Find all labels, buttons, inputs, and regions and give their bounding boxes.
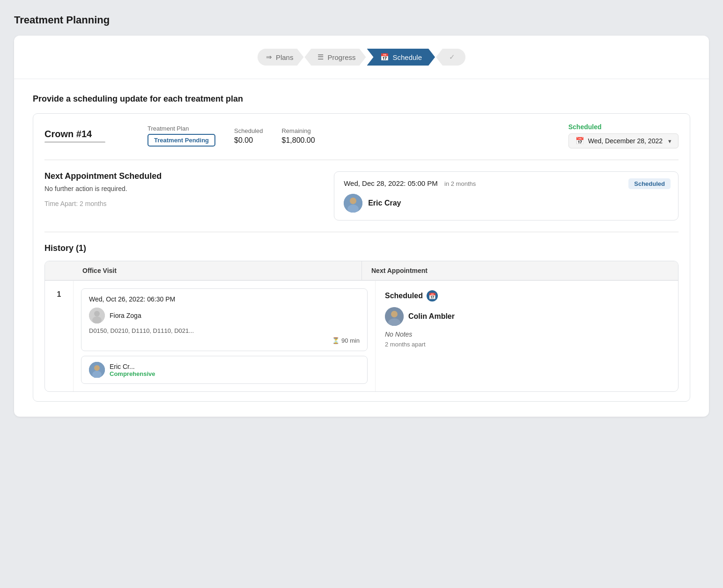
remaining-value: $1,800.00: [281, 136, 315, 145]
chevron-down-icon: ▾: [668, 138, 671, 145]
scheduled-status: Scheduled: [568, 123, 602, 131]
next-appt-card: Scheduled Wed, Dec 28, 2022: 05:00 PM in…: [334, 171, 679, 220]
treatment-title: Crown #14: [44, 129, 129, 140]
eric-partial-name: Eric Cr...: [110, 363, 155, 370]
visit-datetime: Wed, Oct 26, 2022: 06:30 PM: [89, 295, 360, 303]
history-office-col: Wed, Oct 26, 2022: 06:30 PM: [73, 281, 376, 391]
visit-person-fiora: Fiora Zoga: [89, 308, 360, 323]
colin-row: Colin Ambler: [385, 307, 669, 326]
eric-partial-card: Eric Cr... Comprehensive: [81, 356, 368, 384]
colin-name: Colin Ambler: [408, 312, 455, 321]
main-card: ⇒ Plans ☰ Progress 📅 Schedule ✓ Provide …: [14, 36, 709, 417]
section-heading: Provide a scheduling update for each tre…: [33, 94, 690, 104]
next-appointment-section: Next Appointment Scheduled No further ac…: [44, 171, 679, 220]
hourglass-icon: ⏳: [332, 337, 339, 344]
remaining-label: Remaining: [281, 127, 315, 134]
next-appt-left: Next Appointment Scheduled No further ac…: [44, 171, 315, 207]
scheduled-label: Scheduled: [234, 127, 263, 134]
history-next-col: Scheduled 📅: [376, 281, 678, 391]
divider-2: [44, 232, 679, 232]
step-plans-label: Plans: [276, 53, 294, 61]
treatment-title-underline: [44, 141, 105, 143]
appt-time-relative: in 2 months: [444, 180, 476, 187]
eric-partial-avatar-svg: [89, 362, 105, 378]
scheduled-badge: Scheduled: [628, 178, 671, 189]
next-appt-desc: No further action is required.: [44, 185, 315, 192]
step-schedule[interactable]: 📅 Schedule: [367, 49, 435, 66]
plan-label: Treatment Plan: [148, 125, 189, 132]
eric-avatar-svg: [344, 194, 362, 213]
visit-duration: ⏳ 90 min: [89, 337, 360, 344]
visit-sub-card: Wed, Oct 26, 2022: 06:30 PM: [81, 288, 368, 351]
date-badge[interactable]: 📅 Wed, December 28, 2022 ▾: [568, 133, 679, 148]
eric-partial-avatar: [89, 362, 105, 378]
svg-point-7: [94, 365, 100, 371]
eric-partial-info: Eric Cr... Comprehensive: [110, 363, 155, 377]
eric-partial-badge: Comprehensive: [110, 370, 155, 377]
scheduled-value: $0.00: [234, 136, 263, 145]
progress-icon: ☰: [317, 53, 324, 61]
history-title: History (1): [44, 243, 679, 253]
step-schedule-label: Schedule: [393, 53, 422, 61]
schedule-icon: 📅: [380, 53, 389, 61]
table-row: 1 Wed, Oct 26, 2022: 06:30 PM: [45, 280, 678, 391]
remaining-col: Remaining $1,800.00: [281, 127, 315, 145]
treatment-pending-badge: Treatment Pending: [148, 134, 215, 147]
step-plans[interactable]: ⇒ Plans: [258, 49, 304, 66]
row-number: 1: [45, 281, 73, 391]
scheduled-col: Scheduled $0.00: [234, 127, 263, 145]
step-confirm[interactable]: ✓: [436, 49, 465, 66]
treatment-card: Crown #14 Treatment Plan Treatment Pendi…: [33, 113, 690, 402]
eric-name: Eric Cray: [368, 199, 401, 207]
colin-avatar: [385, 307, 404, 326]
appt-person: Eric Cray: [344, 194, 669, 213]
plans-icon: ⇒: [266, 53, 272, 61]
scheduled-status-col: Scheduled 📅 Wed, December 28, 2022 ▾: [568, 123, 679, 148]
col-header-office: Office Visit: [45, 261, 362, 280]
appt-datetime: Wed, Dec 28, 2022: 05:00 PM in 2 months: [344, 179, 669, 187]
visit-codes: D0150, D0210, D1110, D1110, D021...: [89, 327, 360, 334]
colin-avatar-svg: [385, 307, 404, 326]
next-appt-title: Next Appointment Scheduled: [44, 171, 315, 181]
treatment-plan-col: Treatment Plan Treatment Pending: [148, 125, 215, 147]
months-apart: 2 months apart: [385, 341, 669, 348]
calendar-icon: 📅: [575, 137, 584, 145]
fiora-name: Fiora Zoga: [110, 312, 141, 319]
check-icon: ✓: [449, 53, 455, 61]
time-apart: Time Apart: 2 months: [44, 200, 315, 207]
divider-1: [44, 160, 679, 160]
step-progress[interactable]: ☰ Progress: [304, 49, 366, 66]
fiora-avatar: [89, 308, 105, 323]
fiora-avatar-svg: [89, 308, 105, 323]
treatment-header: Crown #14 Treatment Plan Treatment Pendi…: [44, 123, 679, 148]
next-scheduled-title: Scheduled 📅: [385, 290, 669, 301]
treatment-title-col: Crown #14: [44, 129, 129, 143]
history-table-header: Office Visit Next Appointment: [45, 261, 678, 280]
steps-nav: ⇒ Plans ☰ Progress 📅 Schedule ✓: [14, 36, 709, 79]
date-badge-text: Wed, December 28, 2022: [588, 137, 663, 145]
col-header-next: Next Appointment: [362, 261, 678, 280]
svg-point-1: [350, 198, 356, 204]
history-table: Office Visit Next Appointment 1 Wed, Oct…: [44, 261, 679, 392]
svg-point-10: [391, 311, 398, 317]
duration-text: 90 min: [341, 337, 360, 344]
content-area: Provide a scheduling update for each tre…: [14, 79, 709, 417]
cal-badge: 📅: [427, 290, 438, 301]
page-title: Treatment Planning: [14, 14, 709, 26]
appt-datetime-text: Wed, Dec 28, 2022: 05:00 PM: [344, 179, 438, 187]
svg-point-4: [94, 311, 100, 316]
history-section: History (1) Office Visit Next Appointmen…: [44, 243, 679, 392]
no-notes: No Notes: [385, 331, 669, 338]
eric-avatar: [344, 194, 362, 213]
next-scheduled-text: Scheduled: [385, 292, 423, 300]
step-progress-label: Progress: [327, 53, 355, 61]
